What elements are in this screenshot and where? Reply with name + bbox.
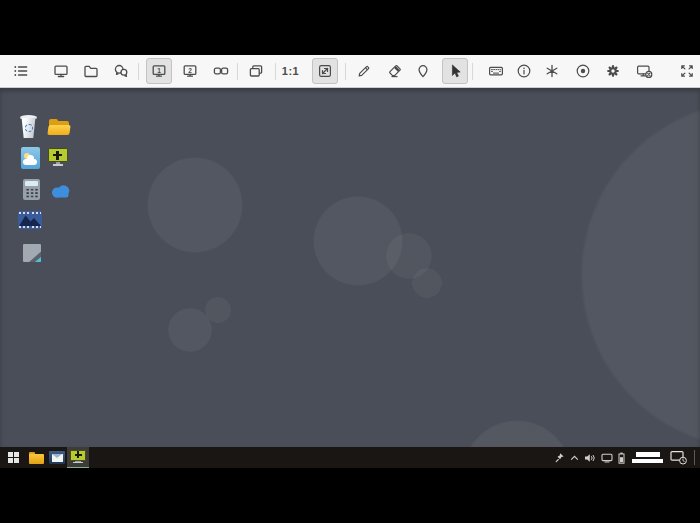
recycle-symbol	[25, 124, 33, 132]
disconnect-button[interactable]	[631, 58, 657, 84]
menu-button[interactable]	[8, 58, 34, 84]
monitor-icon	[53, 63, 69, 79]
taskbar-mail[interactable]	[47, 447, 67, 468]
remote-viewer-window: 1 2 1:1	[0, 0, 700, 523]
tools-asterisk-icon	[544, 63, 560, 79]
weather-app-icon	[21, 147, 40, 169]
desktop-icon-weather[interactable]	[21, 147, 40, 169]
folder-icon	[83, 63, 99, 79]
monitor-2-icon: 2	[182, 63, 198, 79]
cursor-arrow-icon	[447, 63, 463, 79]
chat-button[interactable]	[108, 58, 134, 84]
desktop-icon-movies[interactable]	[18, 211, 42, 229]
toolbar-separator	[472, 63, 473, 80]
laser-pointer-button[interactable]	[410, 58, 436, 84]
mail-icon	[49, 451, 65, 464]
volume-icon[interactable]	[584, 453, 596, 463]
monitor-1-button[interactable]: 1	[146, 58, 172, 84]
svg-text:2: 2	[188, 67, 192, 74]
remote-session-tray-icon[interactable]	[670, 450, 687, 465]
time-bar	[636, 452, 660, 457]
desktop-icon-notes[interactable]	[23, 244, 41, 262]
menu-list-icon	[13, 63, 29, 79]
pin-icon[interactable]	[555, 452, 565, 463]
taskbar-file-explorer[interactable]	[26, 447, 47, 468]
toolbar-separator	[345, 63, 346, 80]
file-explorer-icon	[29, 452, 44, 464]
letterbox-bottom	[0, 468, 700, 523]
calculator-screen	[25, 181, 38, 186]
dual-monitor-button[interactable]	[208, 58, 234, 84]
date-bar	[632, 459, 663, 464]
disconnect-monitor-icon	[636, 63, 653, 79]
gear-icon	[605, 63, 621, 79]
keyboard-button[interactable]	[483, 58, 509, 84]
location-pin-icon	[415, 63, 431, 79]
calculator-keys	[25, 188, 38, 198]
toolbar-separator	[138, 63, 139, 80]
eraser-button[interactable]	[382, 58, 408, 84]
taskbar-screen-plus-active[interactable]	[67, 447, 89, 468]
windows-stack-button[interactable]	[243, 58, 269, 84]
desktop-icon-folder[interactable]	[47, 117, 73, 137]
chat-icon	[113, 63, 129, 79]
remote-desktop-wallpaper	[0, 88, 700, 447]
dual-monitor-icon	[213, 63, 229, 79]
mountain-icon	[19, 214, 41, 226]
fit-scale-button[interactable]	[312, 58, 338, 84]
screen-plus-icon	[70, 450, 86, 465]
display-tray-icon[interactable]	[601, 453, 613, 463]
info-button[interactable]	[511, 58, 537, 84]
toolbar: 1 2 1:1	[0, 55, 700, 88]
svg-text:1: 1	[157, 67, 161, 74]
show-desktop-edge[interactable]	[694, 450, 695, 465]
clock-redacted[interactable]	[632, 452, 663, 463]
record-icon	[575, 63, 591, 79]
cursor-button[interactable]	[442, 58, 468, 84]
desktop-icon-screen-plus[interactable]	[48, 148, 68, 166]
keyboard-icon	[488, 63, 504, 79]
desktop-icon-calculator[interactable]	[23, 179, 40, 200]
taskbar	[0, 447, 700, 468]
monitor-2-button[interactable]: 2	[177, 58, 203, 84]
desktop-icon-onedrive[interactable]	[50, 184, 72, 198]
notes-app-icon	[23, 244, 41, 262]
windows-logo-icon	[8, 452, 19, 463]
film-perforations	[19, 212, 41, 214]
folder-icon	[47, 125, 70, 135]
tools-button[interactable]	[539, 58, 565, 84]
onedrive-cloud-icon	[50, 184, 72, 198]
fullscreen-arrows-icon	[679, 63, 695, 79]
movies-app-icon	[18, 211, 42, 229]
toolbar-separator	[237, 63, 238, 80]
letterbox-top	[0, 0, 700, 55]
eraser-icon	[387, 63, 403, 79]
chevron-up-icon[interactable]	[570, 455, 579, 461]
info-icon	[516, 63, 532, 79]
settings-button[interactable]	[600, 58, 626, 84]
windows-stack-icon	[248, 63, 264, 79]
battery-icon[interactable]	[618, 452, 625, 464]
actual-size-button[interactable]: 1:1	[279, 58, 302, 84]
monitor-1-icon: 1	[151, 63, 167, 79]
start-button[interactable]	[0, 447, 26, 468]
cloud-icon	[23, 159, 37, 165]
fullscreen-button[interactable]	[674, 58, 700, 84]
notes-fold-corner	[23, 244, 41, 262]
toolbar-separator	[275, 63, 276, 80]
pencil-icon	[356, 63, 372, 79]
file-transfer-button[interactable]	[78, 58, 104, 84]
fit-scale-icon	[317, 63, 333, 79]
pencil-button[interactable]	[351, 58, 377, 84]
desktop-icon-recycle-bin[interactable]	[18, 114, 40, 140]
system-tray	[555, 447, 695, 468]
record-button[interactable]	[570, 58, 596, 84]
remote-screen-button[interactable]	[48, 58, 74, 84]
